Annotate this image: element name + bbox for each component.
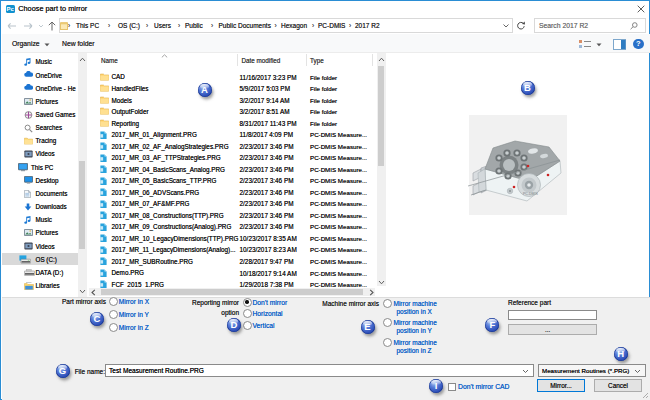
svg-text:PC-DMIS: PC-DMIS: [523, 192, 538, 196]
